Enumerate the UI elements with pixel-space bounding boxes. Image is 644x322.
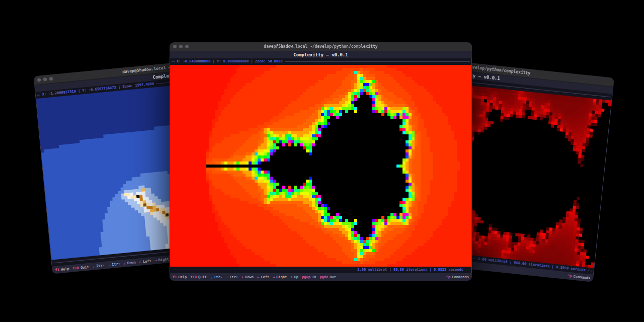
key-name: f10 [72, 266, 79, 270]
key-action: Left [261, 275, 269, 279]
close-button[interactable] [37, 78, 41, 82]
close-button[interactable] [173, 45, 177, 48]
commands-label: Commands [573, 274, 590, 280]
key-name: . [226, 275, 228, 279]
position-status: X: -0.6400000000 | Y: 0.0000000000 | Zoo… [175, 58, 285, 65]
key-name: → [154, 258, 157, 262]
commands-key: ^p [568, 274, 572, 278]
commands-label: Commands [452, 275, 469, 279]
key-hint[interactable]: ←Left [139, 259, 151, 264]
complexitty-window-center[interactable]: davep@Shadow.local ~/develop/python/comp… [170, 42, 472, 281]
minimize-button[interactable] [179, 45, 183, 48]
key-action: Quit [80, 265, 90, 270]
key-hint[interactable]: ↓Down [123, 260, 136, 265]
terminal-title: davep@Shadow.local ~/develop/python/comp… [170, 44, 472, 49]
key-action: In [312, 275, 316, 279]
position-status-row: X: -0.6400000000 | Y: 0.0000000000 | Zoo… [170, 58, 471, 65]
key-name: ↓ [242, 275, 244, 279]
key-action: Right [158, 257, 169, 262]
key-name: ↑ [290, 275, 292, 279]
maximize-button[interactable] [49, 77, 53, 81]
key-hint[interactable]: f1Help [173, 275, 187, 279]
key-action: Down [245, 275, 254, 279]
key-action: Right [276, 275, 287, 279]
key-hint[interactable]: .Itr+ [108, 262, 120, 267]
key-name: f1 [173, 275, 177, 279]
render-status: 2.00 multibrot | 80.00 iterations | 0.05… [355, 267, 465, 273]
key-bar: f1Helpf10Quit,Itr-.Itr+↓Down←Left→Right↑… [170, 273, 472, 281]
mandelbrot-canvas[interactable] [170, 65, 471, 267]
key-action: Itr+ [112, 262, 121, 267]
key-action: Itr- [96, 263, 105, 268]
key-hint[interactable]: f10Quit [72, 265, 89, 270]
key-name: → [273, 275, 275, 279]
key-hint[interactable]: →Right [273, 275, 287, 279]
key-action: Left [143, 259, 152, 264]
commands-hint[interactable]: ^p Commands [446, 275, 469, 279]
key-hint[interactable]: f1Help [55, 267, 69, 272]
app-title: Complexitty — v0.0.1 [170, 51, 472, 58]
key-hints: f1Helpf10Quit,Itr-.Itr+↓Down←Left→Right↑… [173, 275, 336, 279]
traffic-lights [170, 45, 189, 48]
render-status-row: 2.00 multibrot | 80.00 iterations | 0.05… [170, 267, 471, 273]
key-name: f10 [190, 275, 197, 279]
commands-key: ^p [446, 275, 450, 279]
titlebar[interactable]: davep@Shadow.local ~/develop/python/comp… [170, 42, 472, 51]
key-hint[interactable]: pgdnOut [319, 275, 336, 279]
key-name: ← [257, 275, 259, 279]
key-hint[interactable]: .Itr+ [226, 275, 238, 279]
key-name: pgdn [319, 275, 328, 279]
maximize-button[interactable] [185, 45, 189, 48]
key-name: ↓ [123, 261, 126, 265]
key-hint[interactable]: ↓Down [242, 275, 254, 279]
key-action: Out [330, 275, 336, 279]
key-action: Down [127, 260, 136, 265]
key-name: ← [139, 260, 141, 264]
fractal-panel: X: -0.6400000000 | Y: 0.0000000000 | Zoo… [170, 58, 472, 273]
key-hint[interactable]: pgupIn [302, 275, 316, 279]
key-hint[interactable]: f10Quit [190, 275, 207, 279]
key-action: Help [60, 267, 69, 272]
key-action: Quit [198, 275, 207, 279]
key-action: Help [178, 275, 187, 279]
key-hint[interactable]: ←Left [257, 275, 269, 279]
key-action: Itr+ [229, 275, 238, 279]
key-hint[interactable]: ↑Up [290, 275, 298, 279]
key-name: , [93, 264, 95, 268]
key-hint[interactable]: →Right [154, 257, 169, 263]
key-hint[interactable]: ,Itr- [93, 263, 105, 268]
key-action: Up [294, 275, 298, 279]
minimize-button[interactable] [43, 77, 47, 82]
key-name: pgup [302, 275, 310, 279]
key-name: f1 [55, 268, 59, 272]
key-name: . [108, 263, 110, 267]
key-action: Itr- [214, 275, 222, 279]
commands-hint[interactable]: ^p Commands [568, 274, 591, 280]
key-name: , [210, 275, 212, 279]
key-hint[interactable]: ,Itr- [210, 275, 222, 279]
